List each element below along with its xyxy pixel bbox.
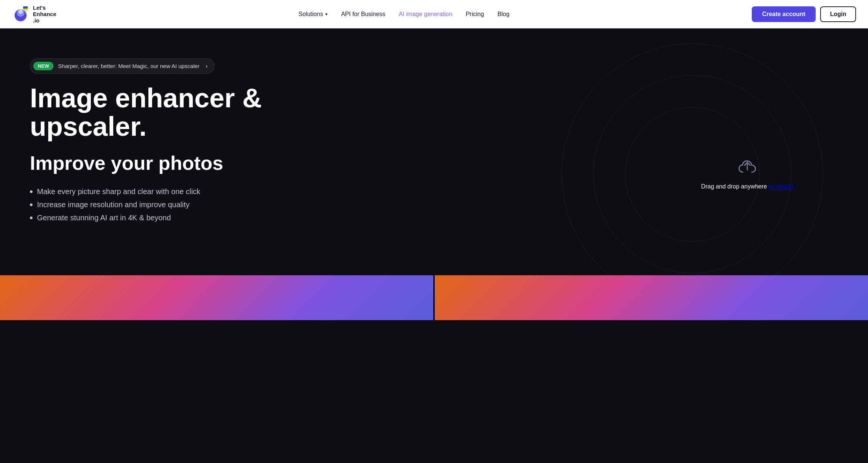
badge-text: Sharper, clearer, better: Meet Magic, ou…: [58, 63, 200, 69]
nav-link-ai-image[interactable]: AI image generation: [399, 11, 452, 17]
logo-icon: [12, 6, 29, 23]
navbar: Let's Enhance .io Solutions ▾ API for Bu…: [0, 0, 868, 28]
nav-link-solutions[interactable]: Solutions: [299, 11, 323, 18]
svg-point-2: [18, 9, 23, 14]
bullet-3: Generate stunning AI art in 4K & beyond: [30, 214, 292, 222]
nav-item-blog[interactable]: Blog: [498, 11, 510, 18]
bullet-text-3: Generate stunning AI art in 4K & beyond: [37, 214, 171, 222]
bottom-strip: [0, 275, 868, 320]
nav-link-api[interactable]: API for Business: [341, 11, 385, 17]
bullet-2: Increase image resolution and improve qu…: [30, 200, 292, 209]
nav-item-ai-image[interactable]: AI image generation: [399, 11, 452, 18]
strip-left: [0, 275, 433, 320]
svg-rect-4: [23, 9, 28, 11]
nav-link-blog[interactable]: Blog: [498, 11, 510, 17]
strip-right: [435, 275, 868, 320]
bullet-dot-3: [30, 217, 33, 219]
upload-text-before: Drag and drop anywhere: [701, 183, 769, 190]
svg-rect-3: [23, 6, 28, 9]
nav-link-pricing[interactable]: Pricing: [466, 11, 484, 17]
upload-area[interactable]: Drag and drop anywhere to upload: [701, 155, 793, 190]
nav-links: Solutions ▾ API for Business AI image ge…: [299, 11, 510, 18]
nav-actions: Create account Login: [752, 6, 856, 22]
logo-line2: Enhance: [33, 11, 56, 17]
hero-subtitle: Improve your photos: [30, 153, 292, 174]
bullet-1: Make every picture sharp and clear with …: [30, 187, 292, 196]
logo[interactable]: Let's Enhance .io: [12, 4, 56, 24]
logo-line3: .io: [33, 17, 40, 24]
hero-bullets: Make every picture sharp and clear with …: [30, 187, 292, 222]
create-account-button[interactable]: Create account: [752, 6, 816, 22]
hero-left: NEW Sharper, clearer, better: Meet Magic…: [0, 58, 292, 222]
badge-arrow-icon: ›: [206, 63, 207, 70]
bullet-text-2: Increase image resolution and improve qu…: [37, 200, 190, 209]
upload-link[interactable]: to upload: [769, 183, 793, 190]
nav-item-solutions[interactable]: Solutions ▾: [299, 11, 328, 18]
upload-text: Drag and drop anywhere to upload: [701, 183, 793, 190]
logo-line1: Let's: [33, 4, 46, 11]
chevron-down-icon: ▾: [325, 12, 327, 17]
nav-item-pricing[interactable]: Pricing: [466, 11, 484, 18]
login-button[interactable]: Login: [820, 6, 856, 22]
upload-icon: [736, 155, 758, 177]
logo-text-block: Let's Enhance .io: [33, 4, 56, 24]
bullet-dot-1: [30, 190, 33, 193]
hero-title: Image enhancer & upscaler.: [30, 84, 292, 141]
nav-item-api[interactable]: API for Business: [341, 11, 385, 18]
badge-announcement[interactable]: NEW Sharper, clearer, better: Meet Magic…: [30, 58, 215, 74]
hero-section: Drag and drop anywhere to upload NEW Sha…: [0, 28, 868, 320]
new-badge: NEW: [33, 62, 53, 70]
bullet-dot-2: [30, 203, 33, 206]
bullet-text-1: Make every picture sharp and clear with …: [37, 187, 200, 196]
